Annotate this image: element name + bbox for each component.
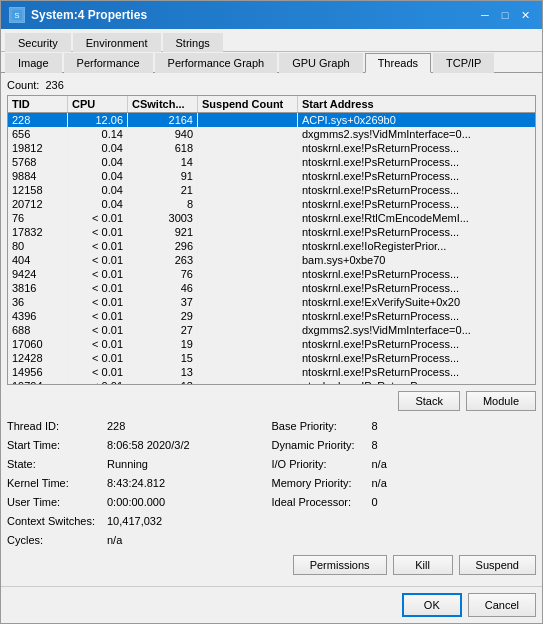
cell-tid: 19704 xyxy=(8,379,68,384)
table-row[interactable]: 20712 0.04 8 ntoskrnl.exe!PsReturnProces… xyxy=(8,197,535,211)
tab-performance[interactable]: Performance xyxy=(64,53,153,73)
cell-address: ntoskrnl.exe!PsReturnProcess... xyxy=(298,183,535,197)
top-tab-row: Security Environment Strings xyxy=(1,29,542,52)
close-button[interactable]: ✕ xyxy=(516,6,534,24)
col-tid[interactable]: TID xyxy=(8,96,68,112)
tab-strings[interactable]: Strings xyxy=(163,33,223,52)
table-row[interactable]: 17060 < 0.01 19 ntoskrnl.exe!PsReturnPro… xyxy=(8,337,535,351)
cell-tid: 5768 xyxy=(8,155,68,169)
cell-tid: 4396 xyxy=(8,309,68,323)
kernel-time-row: Kernel Time: 8:43:24.812 xyxy=(7,474,272,492)
table-row[interactable]: 5768 0.04 14 ntoskrnl.exe!PsReturnProces… xyxy=(8,155,535,169)
cell-address: ntoskrnl.exe!PsReturnProcess... xyxy=(298,337,535,351)
table-row[interactable]: 19812 0.04 618 ntoskrnl.exe!PsReturnProc… xyxy=(8,141,535,155)
tab-security[interactable]: Security xyxy=(5,33,71,52)
maximize-button[interactable]: □ xyxy=(496,6,514,24)
tab-image[interactable]: Image xyxy=(5,53,62,73)
cycles-row: Cycles: n/a xyxy=(7,531,272,549)
cell-tid: 12158 xyxy=(8,183,68,197)
bottom-buttons: OK Cancel xyxy=(1,586,542,623)
cell-cswitch: 13 xyxy=(128,365,198,379)
cell-cpu: < 0.01 xyxy=(68,365,128,379)
col-address[interactable]: Start Address xyxy=(298,96,535,112)
cell-cswitch: 3003 xyxy=(128,211,198,225)
cycles-label: Cycles: xyxy=(7,534,107,546)
suspend-button[interactable]: Suspend xyxy=(459,555,536,575)
count-value: 236 xyxy=(45,79,63,91)
cell-cpu: < 0.01 xyxy=(68,281,128,295)
tab-container: Security Environment Strings Image Perfo… xyxy=(1,29,542,73)
cell-suspend xyxy=(198,295,298,309)
io-priority-row: I/O Priority: n/a xyxy=(272,455,537,473)
tab-environment[interactable]: Environment xyxy=(73,33,161,52)
ok-button[interactable]: OK xyxy=(402,593,462,617)
tab-threads[interactable]: Threads xyxy=(365,53,431,73)
table-row[interactable]: 19704 < 0.01 13 ntoskrnl.exe!PsReturnPro… xyxy=(8,379,535,384)
cell-tid: 19812 xyxy=(8,141,68,155)
table-row[interactable]: 3816 < 0.01 46 ntoskrnl.exe!PsReturnProc… xyxy=(8,281,535,295)
tab-performance-graph[interactable]: Performance Graph xyxy=(155,53,278,73)
cell-suspend xyxy=(198,323,298,337)
cell-suspend xyxy=(198,141,298,155)
table-row[interactable]: 14956 < 0.01 13 ntoskrnl.exe!PsReturnPro… xyxy=(8,365,535,379)
details-left: Thread ID: 228 Start Time: 8:06:58 2020/… xyxy=(7,417,272,549)
col-suspend[interactable]: Suspend Count xyxy=(198,96,298,112)
dynamic-priority-label: Dynamic Priority: xyxy=(272,439,372,451)
cell-cpu: < 0.01 xyxy=(68,309,128,323)
cell-cswitch: 13 xyxy=(128,379,198,384)
permissions-button[interactable]: Permissions xyxy=(293,555,387,575)
table-row[interactable]: 12428 < 0.01 15 ntoskrnl.exe!PsReturnPro… xyxy=(8,351,535,365)
cell-cswitch: 46 xyxy=(128,281,198,295)
module-button[interactable]: Module xyxy=(466,391,536,411)
ideal-processor-value: 0 xyxy=(372,496,378,508)
title-bar: S System:4 Properties ─ □ ✕ xyxy=(1,1,542,29)
cell-tid: 17060 xyxy=(8,337,68,351)
cell-suspend xyxy=(198,309,298,323)
kill-button[interactable]: Kill xyxy=(393,555,453,575)
table-row[interactable]: 12158 0.04 21 ntoskrnl.exe!PsReturnProce… xyxy=(8,183,535,197)
cell-address: bam.sys+0xbe70 xyxy=(298,253,535,267)
cell-tid: 656 xyxy=(8,127,68,141)
main-window: S System:4 Properties ─ □ ✕ Security Env… xyxy=(0,0,543,624)
table-row[interactable]: 36 < 0.01 37 ntoskrnl.exe!ExVerifySuite+… xyxy=(8,295,535,309)
cell-cpu: 0.04 xyxy=(68,141,128,155)
thread-id-row: Thread ID: 228 xyxy=(7,417,272,435)
window-title: System:4 Properties xyxy=(31,8,147,22)
cell-cpu: < 0.01 xyxy=(68,323,128,337)
col-cpu[interactable]: CPU xyxy=(68,96,128,112)
base-priority-value: 8 xyxy=(372,420,378,432)
tab-gpu-graph[interactable]: GPU Graph xyxy=(279,53,362,73)
cell-address: ntoskrnl.exe!RtlCmEncodeMemI... xyxy=(298,211,535,225)
cell-suspend xyxy=(198,197,298,211)
stack-button[interactable]: Stack xyxy=(398,391,460,411)
cell-cpu: < 0.01 xyxy=(68,351,128,365)
table-row[interactable]: 9884 0.04 91 ntoskrnl.exe!PsReturnProces… xyxy=(8,169,535,183)
col-cswitch[interactable]: CSwitch... xyxy=(128,96,198,112)
table-row[interactable]: 4396 < 0.01 29 ntoskrnl.exe!PsReturnProc… xyxy=(8,309,535,323)
cell-cpu: < 0.01 xyxy=(68,225,128,239)
cell-tid: 12428 xyxy=(8,351,68,365)
table-row[interactable]: 80 < 0.01 296 ntoskrnl.exe!IoRegisterPri… xyxy=(8,239,535,253)
cell-suspend xyxy=(198,225,298,239)
table-row[interactable]: 9424 < 0.01 76 ntoskrnl.exe!PsReturnProc… xyxy=(8,267,535,281)
cell-cpu: < 0.01 xyxy=(68,239,128,253)
table-row[interactable]: 228 12.06 2164 ACPI.sys+0x269b0 xyxy=(8,113,535,127)
memory-priority-row: Memory Priority: n/a xyxy=(272,474,537,492)
cell-cswitch: 27 xyxy=(128,323,198,337)
cell-address: ntoskrnl.exe!PsReturnProcess... xyxy=(298,141,535,155)
cell-tid: 36 xyxy=(8,295,68,309)
table-row[interactable]: 656 0.14 940 dxgmms2.sys!VidMmInterface=… xyxy=(8,127,535,141)
table-row[interactable]: 76 < 0.01 3003 ntoskrnl.exe!RtlCmEncodeM… xyxy=(8,211,535,225)
cancel-button[interactable]: Cancel xyxy=(468,593,536,617)
cell-suspend xyxy=(198,155,298,169)
minimize-button[interactable]: ─ xyxy=(476,6,494,24)
cell-cpu: 0.04 xyxy=(68,155,128,169)
details-right: Base Priority: 8 Dynamic Priority: 8 I/O… xyxy=(272,417,537,549)
cell-cpu: < 0.01 xyxy=(68,295,128,309)
table-row[interactable]: 17832 < 0.01 921 ntoskrnl.exe!PsReturnPr… xyxy=(8,225,535,239)
table-row[interactable]: 404 < 0.01 263 bam.sys+0xbe70 xyxy=(8,253,535,267)
count-bar: Count: 236 xyxy=(7,79,536,91)
cell-tid: 76 xyxy=(8,211,68,225)
table-row[interactable]: 688 < 0.01 27 dxgmms2.sys!VidMmInterface… xyxy=(8,323,535,337)
tab-tcpip[interactable]: TCP/IP xyxy=(433,53,494,73)
